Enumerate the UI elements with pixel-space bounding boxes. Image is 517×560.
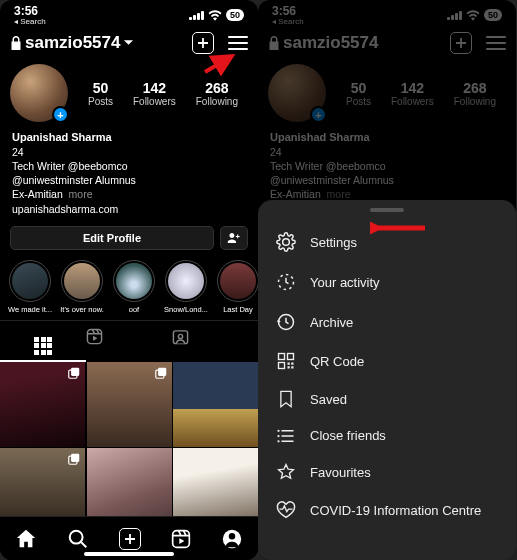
svg-rect-19 — [291, 363, 293, 365]
svg-point-23 — [277, 434, 279, 436]
username-dropdown[interactable]: samzio5574 — [10, 33, 134, 53]
multi-post-icon — [67, 452, 81, 466]
nav-home[interactable] — [15, 528, 37, 550]
stat-following[interactable]: 268 Following — [196, 80, 238, 107]
tab-reels[interactable] — [86, 321, 172, 362]
username-dropdown: samzio5574 — [268, 33, 378, 53]
status-bar: 3:56 ◂ Search 50 — [0, 0, 258, 26]
svg-rect-5 — [158, 367, 166, 375]
highlight-item[interactable]: We made it... — [6, 260, 54, 314]
menu-close-friends[interactable]: Close friends — [258, 418, 516, 453]
post-thumbnail[interactable] — [87, 362, 172, 447]
home-indicator[interactable] — [84, 552, 174, 556]
multi-post-icon — [154, 366, 168, 380]
tab-tagged[interactable] — [172, 321, 258, 362]
menu-covid[interactable]: COVID-19 Information Centre — [258, 491, 516, 529]
status-back[interactable]: ◂ Search — [14, 17, 46, 26]
gear-icon — [276, 232, 296, 252]
menu-favourites[interactable]: Favourites — [258, 453, 516, 491]
menu-activity[interactable]: Your activity — [258, 262, 516, 302]
lock-icon — [10, 36, 22, 50]
new-post-button[interactable] — [192, 32, 214, 54]
highlight-item[interactable]: Snow/Lond... — [162, 260, 210, 314]
svg-rect-17 — [279, 363, 285, 369]
menu-qr[interactable]: QR Code — [258, 342, 516, 380]
signal-icon — [189, 11, 204, 20]
bio-line2: @uniwestminster Alumnus — [12, 173, 246, 187]
avatar: + — [268, 64, 326, 122]
nav-new[interactable] — [119, 528, 141, 550]
list-icon — [276, 429, 296, 443]
chevron-down-icon — [123, 39, 134, 47]
svg-rect-21 — [291, 366, 293, 368]
highlight-item[interactable]: Last Day — [214, 260, 258, 314]
clock-icon — [276, 272, 296, 292]
bio: Upanishad Sharma 24 Tech Writer @beebomc… — [0, 126, 258, 220]
svg-point-24 — [277, 440, 279, 442]
menu-settings-label: Settings — [310, 235, 357, 250]
signal-icon — [447, 11, 462, 20]
svg-point-9 — [70, 530, 83, 543]
status-time: 3:56 — [14, 4, 38, 18]
nav-search[interactable] — [67, 528, 89, 550]
heart-pulse-icon — [276, 501, 296, 519]
lock-icon — [268, 36, 280, 50]
archive-icon — [276, 312, 296, 332]
highlights-row: We made it...It's over now.oofSnow/Lond.… — [0, 256, 258, 320]
svg-rect-16 — [288, 354, 294, 360]
svg-rect-0 — [87, 329, 101, 343]
svg-rect-18 — [288, 363, 290, 365]
menu-sheet: Settings Your activity Archive QR Code S… — [258, 200, 516, 560]
menu-archive[interactable]: Archive — [258, 302, 516, 342]
new-post-button — [450, 32, 472, 54]
discover-people-button[interactable] — [220, 226, 248, 250]
annotation-arrow-settings — [370, 218, 430, 238]
annotation-arrow-menu — [202, 52, 242, 76]
svg-point-2 — [178, 334, 182, 338]
post-thumbnail[interactable] — [0, 362, 85, 447]
bio-line1: Tech Writer @beebomco — [12, 159, 246, 173]
bio-age: 24 — [12, 145, 246, 159]
svg-rect-15 — [279, 354, 285, 360]
posts-grid — [0, 362, 258, 534]
wifi-icon — [466, 10, 480, 21]
edit-profile-button[interactable]: Edit Profile — [10, 226, 214, 250]
username-text: samzio5574 — [25, 33, 120, 53]
nav-reels[interactable] — [171, 529, 191, 549]
svg-rect-10 — [173, 530, 190, 547]
multi-post-icon — [67, 366, 81, 380]
menu-button — [486, 36, 506, 50]
bio-line3: Ex-Amitian — [12, 188, 63, 200]
nav-profile[interactable] — [221, 528, 243, 550]
tab-grid[interactable] — [0, 321, 86, 362]
sheet-handle[interactable] — [370, 208, 404, 212]
svg-rect-7 — [71, 454, 79, 462]
status-bar: 3:56 ◂ Search 50 — [258, 0, 516, 26]
highlight-item[interactable]: oof — [110, 260, 158, 314]
qr-icon — [276, 352, 296, 370]
add-story-icon[interactable]: + — [52, 106, 69, 123]
battery-icon: 50 — [226, 9, 244, 21]
menu-saved[interactable]: Saved — [258, 380, 516, 418]
star-icon — [276, 463, 296, 481]
svg-rect-20 — [288, 366, 290, 368]
svg-point-22 — [277, 429, 279, 431]
svg-rect-3 — [71, 367, 79, 375]
stat-posts[interactable]: 50 Posts — [88, 80, 113, 107]
svg-point-12 — [229, 533, 235, 539]
stat-followers[interactable]: 142 Followers — [133, 80, 176, 107]
post-thumbnail[interactable] — [173, 362, 258, 447]
bio-name: Upanishad Sharma — [12, 130, 246, 145]
bio-more[interactable]: more — [69, 188, 93, 200]
avatar[interactable]: + — [10, 64, 68, 122]
menu-button[interactable] — [228, 36, 248, 50]
highlight-item[interactable]: It's over now. — [58, 260, 106, 314]
bio-link[interactable]: upanishadsharma.com — [12, 202, 246, 216]
wifi-icon — [208, 10, 222, 21]
bookmark-icon — [276, 390, 296, 408]
